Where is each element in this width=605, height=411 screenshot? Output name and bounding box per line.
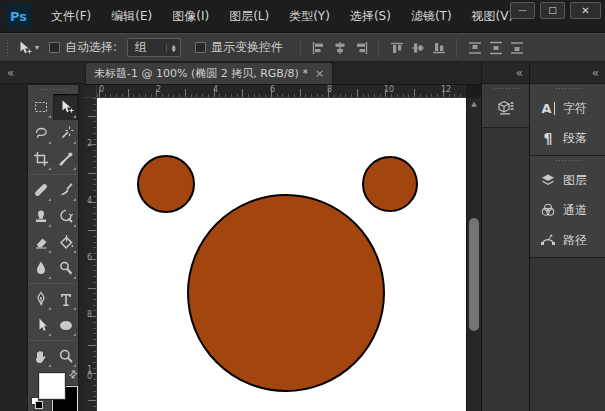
menu-select[interactable]: 选择(S) [340, 4, 401, 29]
history-brush-icon [58, 208, 74, 224]
photoshop-window: Ps 文件(F) 编辑(E) 图像(I) 图层(L) 类型(Y) 选择(S) 滤… [0, 0, 605, 411]
show-transform-checkbox[interactable] [195, 42, 206, 53]
panel-grip[interactable] [555, 159, 581, 163]
tool-magic-wand[interactable] [53, 120, 78, 146]
default-colors-icon[interactable] [31, 397, 44, 410]
align-vertical-center-icon[interactable] [407, 38, 428, 57]
align-bottom-icon[interactable] [428, 38, 449, 57]
vertical-ruler[interactable]: 2 4 6 8 10 [84, 98, 97, 411]
paragraph-icon: ¶ [539, 130, 557, 146]
tools-dock: « [0, 62, 84, 411]
panel-grip[interactable] [493, 87, 519, 91]
tool-brush[interactable] [53, 177, 78, 203]
workspace: « [0, 62, 605, 411]
panel-button-character[interactable]: A 字符 [530, 93, 605, 123]
collapsed-panel-dock: « [481, 62, 529, 411]
menu-layer[interactable]: 图层(L) [219, 4, 279, 29]
separator [456, 38, 457, 58]
align-left-icon[interactable] [308, 38, 329, 57]
hand-icon [33, 348, 49, 364]
menu-filter[interactable]: 滤镜(T) [401, 4, 462, 29]
chevron-down-icon: ▾ [35, 43, 39, 52]
3d-panel-button[interactable] [488, 93, 524, 121]
paths-icon [539, 232, 557, 248]
ruler-corner[interactable] [84, 85, 97, 98]
panel-grip[interactable] [40, 88, 66, 92]
panel-button-layers[interactable]: 图层 [530, 165, 605, 195]
collapse-dock-icon[interactable]: « [516, 67, 523, 79]
tool-move[interactable] [53, 94, 78, 120]
collapse-dock-icon[interactable]: « [7, 67, 14, 79]
tool-lasso[interactable] [28, 120, 53, 146]
ellipse-large[interactable] [187, 194, 385, 392]
document-tab[interactable]: 未标题-1 @ 100% (椭圆 2 拷贝, RGB/8) * × [85, 62, 333, 84]
panel-label-paragraph: 段落 [563, 130, 587, 147]
path-selection-icon [33, 317, 49, 333]
scrollbar-thumb[interactable] [469, 218, 479, 331]
scroll-up-icon[interactable]: ▲ [467, 100, 481, 108]
distribute-vertical-center-icon[interactable] [485, 38, 506, 57]
tools-dock-header: « [0, 62, 84, 84]
tool-type[interactable] [53, 286, 78, 312]
tab-close-icon[interactable]: × [315, 67, 324, 80]
close-button[interactable]: ✕ [570, 2, 601, 19]
character-icon: A [539, 102, 557, 115]
panel-grip[interactable] [555, 87, 581, 91]
minimize-button[interactable]: — [510, 2, 535, 19]
tool-eraser[interactable] [28, 229, 53, 255]
tool-clone-stamp[interactable] [28, 203, 53, 229]
ellipse-small-right[interactable] [362, 156, 418, 212]
auto-select-target-dropdown[interactable]: 组 ▲▼ [127, 38, 181, 57]
tool-paint-bucket[interactable] [53, 229, 78, 255]
ellipse-small-left[interactable] [137, 155, 195, 213]
options-bar-grip[interactable] [6, 39, 10, 57]
distribute-bottom-icon[interactable] [506, 38, 527, 57]
tool-zoom[interactable] [53, 343, 78, 369]
tool-rectangular-marquee[interactable] [28, 94, 53, 120]
distribute-top-icon[interactable] [464, 38, 485, 57]
tool-eyedropper[interactable] [53, 146, 78, 172]
panel-button-paths[interactable]: 路径 [530, 225, 605, 255]
titlebar: Ps 文件(F) 编辑(E) 图像(I) 图层(L) 类型(Y) 选择(S) 滤… [0, 0, 605, 33]
tool-history-brush[interactable] [53, 203, 78, 229]
tool-pen[interactable] [28, 286, 53, 312]
ellipse-shape-icon [58, 317, 74, 333]
panel-group-text: A 字符 ¶ 段落 [530, 84, 605, 156]
panel-button-paragraph[interactable]: ¶ 段落 [530, 123, 605, 153]
cube-panel-icon [497, 98, 515, 116]
menu-image[interactable]: 图像(I) [162, 4, 219, 29]
align-horizontal-center-icon[interactable] [329, 38, 350, 57]
vertical-scrollbar[interactable]: ▲ [466, 98, 481, 411]
foreground-swatch[interactable] [39, 373, 65, 399]
type-icon [58, 291, 74, 307]
align-right-icon[interactable] [350, 38, 371, 57]
canvas[interactable] [97, 98, 466, 411]
options-bar: ▾ 自动选择: 组 ▲▼ 显示变换控件 [0, 33, 605, 62]
swap-colors-icon[interactable]: ⇅ [66, 368, 80, 382]
tool-spot-healing-brush[interactable] [28, 177, 53, 203]
tool-crop[interactable] [28, 146, 53, 172]
tool-blur[interactable] [28, 255, 53, 281]
auto-select-checkbox[interactable] [49, 42, 60, 53]
dropdown-value: 组 [128, 39, 166, 56]
panel-dock-header: « [530, 62, 605, 84]
blur-icon [33, 260, 49, 276]
align-top-icon[interactable] [386, 38, 407, 57]
maximize-button[interactable]: □ [540, 2, 565, 19]
tool-dodge[interactable] [53, 255, 78, 281]
magic-wand-icon [58, 125, 74, 141]
panel-button-channels[interactable]: 通道 [530, 195, 605, 225]
tool-path-selection[interactable] [28, 312, 53, 338]
panel-label-character: 字符 [563, 100, 587, 117]
move-icon [58, 99, 74, 115]
collapse-dock-icon[interactable]: « [592, 67, 599, 79]
menu-edit[interactable]: 编辑(E) [101, 4, 162, 29]
paint-bucket-icon [58, 234, 74, 250]
dodge-icon [58, 260, 74, 276]
horizontal-ruler[interactable]: 0 2 4 6 8 10 12 [97, 85, 466, 98]
tool-hand[interactable] [28, 343, 53, 369]
current-tool-button[interactable]: ▾ [16, 40, 39, 56]
menu-type[interactable]: 类型(Y) [279, 4, 340, 29]
tool-ellipse-shape[interactable] [53, 312, 78, 338]
menu-file[interactable]: 文件(F) [41, 4, 101, 29]
